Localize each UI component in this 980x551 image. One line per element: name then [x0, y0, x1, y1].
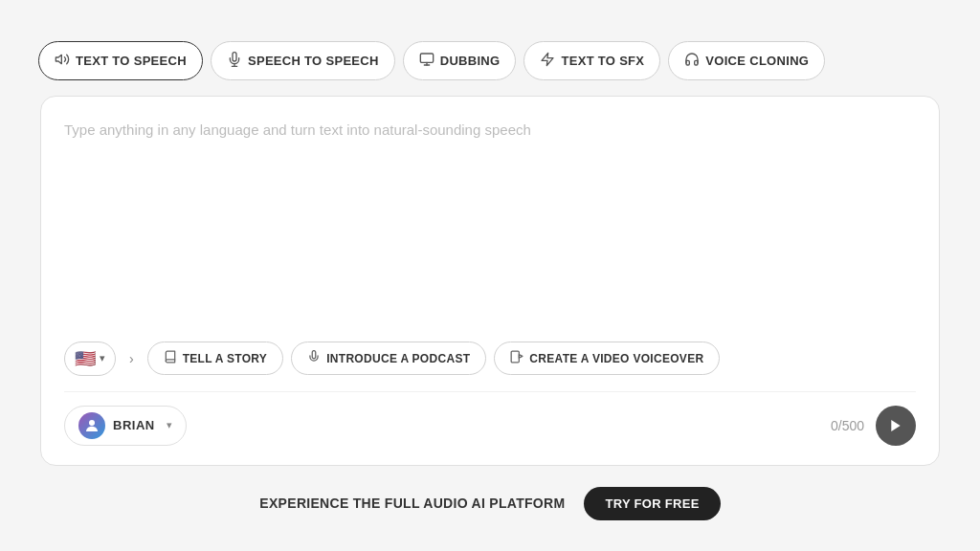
play-button[interactable]	[876, 406, 916, 446]
flag-icon: 🇺🇸	[75, 348, 96, 369]
tell-story-button[interactable]: TELL A STORY	[147, 342, 284, 375]
svg-rect-3	[420, 54, 433, 62]
voice-selector[interactable]: BRIAN ▾	[64, 406, 187, 446]
suggestions-row: 🇺🇸 ▾ › TELL A STORY	[64, 342, 916, 376]
tab-text-to-sfx-label: TEXT TO SFX	[561, 54, 644, 68]
tell-story-label: TELL A STORY	[183, 352, 268, 365]
lang-chevron-icon: ▾	[100, 352, 105, 364]
svg-marker-9	[891, 420, 900, 431]
tell-story-icon	[164, 350, 177, 366]
create-video-voiceover-label: CREATE A VIDEO VOICEOVER	[529, 352, 703, 365]
tab-dubbing[interactable]: DUBBING	[403, 41, 517, 80]
tab-text-to-speech[interactable]: TEXT TO SPEECH	[38, 41, 203, 80]
create-video-icon	[510, 350, 523, 366]
introduce-podcast-icon	[307, 350, 321, 366]
voice-row: BRIAN ▾ 0/500	[64, 391, 916, 446]
bottom-banner: EXPERIENCE THE FULL AUDIO AI PLATFORM TR…	[259, 487, 720, 530]
suggestions-next-button[interactable]: ›	[123, 347, 140, 370]
tab-speech-to-speech[interactable]: SPEECH TO SPEECH	[211, 41, 395, 80]
main-card: 🇺🇸 ▾ › TELL A STORY	[40, 96, 940, 466]
tab-bar: TEXT TO SPEECH SPEECH TO SPEECH	[38, 41, 825, 80]
tab-text-to-speech-label: TEXT TO SPEECH	[76, 54, 187, 68]
voice-cloning-icon	[684, 52, 700, 70]
text-to-speech-icon	[55, 52, 70, 70]
svg-marker-6	[542, 53, 553, 65]
svg-rect-7	[511, 351, 519, 363]
tab-voice-cloning-label: VOICE CLONING	[705, 54, 809, 68]
text-input[interactable]	[64, 120, 916, 330]
tab-speech-to-speech-label: SPEECH TO SPEECH	[248, 54, 379, 68]
tab-text-to-sfx[interactable]: TEXT TO SFX	[523, 41, 660, 80]
dubbing-icon	[419, 52, 434, 70]
text-to-sfx-icon	[540, 52, 555, 70]
tab-voice-cloning[interactable]: VOICE CLONING	[668, 41, 825, 80]
svg-marker-0	[56, 55, 61, 63]
voice-avatar	[78, 412, 105, 439]
tab-dubbing-label: DUBBING	[440, 54, 501, 68]
voice-chevron-icon: ▾	[167, 419, 172, 431]
voice-name-label: BRIAN	[113, 418, 155, 432]
banner-text: EXPERIENCE THE FULL AUDIO AI PLATFORM	[259, 496, 565, 511]
introduce-podcast-button[interactable]: INTRODUCE A PODCAST	[291, 342, 486, 375]
introduce-podcast-label: INTRODUCE A PODCAST	[326, 352, 470, 365]
create-video-voiceover-button[interactable]: CREATE A VIDEO VOICEOVER	[494, 342, 720, 375]
counter-play-group: 0/500	[831, 406, 916, 446]
speech-to-speech-icon	[227, 52, 242, 70]
svg-point-8	[89, 420, 95, 426]
language-selector[interactable]: 🇺🇸 ▾	[64, 342, 116, 376]
character-counter: 0/500	[831, 418, 864, 433]
try-free-button[interactable]: TRY FOR FREE	[584, 487, 720, 520]
